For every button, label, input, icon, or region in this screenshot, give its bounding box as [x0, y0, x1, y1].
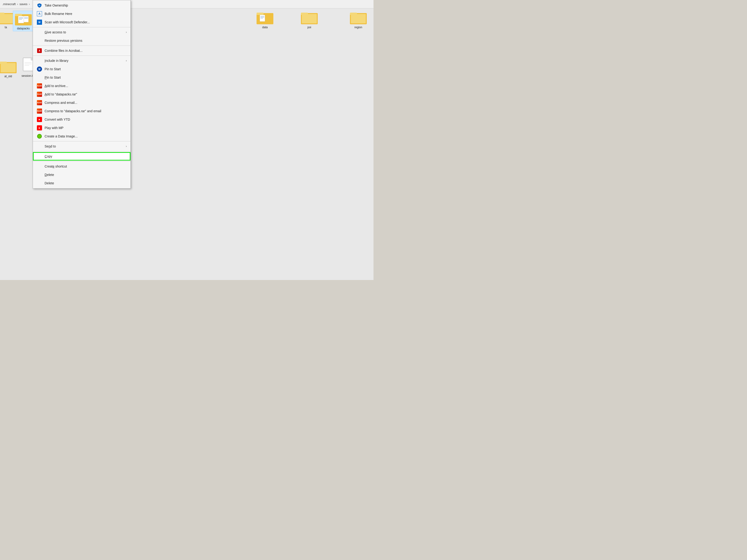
- menu-item-add-archive[interactable]: RAR Add to archive...: [33, 82, 130, 90]
- menu-item-create-shortcut-label: Create shortcut: [45, 164, 127, 168]
- menu-item-combine-acrobat[interactable]: A Combine files in Acrobat...: [33, 47, 130, 55]
- menu-item-compress-datapacks-email-label: Compress to "datapacks.rar" and email: [45, 109, 127, 113]
- data-image-icon: [37, 133, 42, 139]
- folder-ta-label: ta: [5, 26, 7, 29]
- menu-item-create-data-image[interactable]: Create a Data Image...: [33, 132, 130, 140]
- explorer-background: .minecraft › saves › ta: [0, 0, 374, 280]
- folder-at-old-icon: [0, 60, 17, 74]
- menu-item-scan-defender[interactable]: W Scan with Microsoft Defender...: [33, 18, 130, 26]
- menu-item-create-data-image-label: Create a Data Image...: [45, 134, 127, 138]
- menu-item-include-library[interactable]: Include in library ›: [33, 56, 130, 65]
- folder-data[interactable]: data: [254, 11, 276, 29]
- menu-item-convert-ytd-label: Convert with YTD: [45, 117, 127, 121]
- menu-item-bulk-rename-label: Bulk Rename Here: [45, 12, 127, 16]
- send-to-icon-placeholder: [37, 143, 42, 149]
- give-access-icon-placeholder: [37, 29, 42, 35]
- folder-ta-icon: [0, 11, 14, 25]
- rename-icon-placeholder: [37, 180, 42, 186]
- create-shortcut-icon-placeholder: [37, 164, 42, 169]
- menu-item-compress-datapacks-email[interactable]: RAR Compress to "datapacks.rar" and emai…: [33, 107, 130, 115]
- ytd-icon-1: ▶: [37, 117, 42, 122]
- menu-item-restore-versions[interactable]: Restore previous versions: [33, 36, 130, 45]
- shield-icon: W: [37, 3, 42, 8]
- menu-item-pin-start[interactable]: Pin to Start: [33, 73, 130, 82]
- menu-item-rename[interactable]: Delete: [33, 179, 130, 187]
- send-to-arrow: ›: [126, 145, 127, 148]
- folder-datapacks[interactable]: datapacks: [13, 11, 34, 31]
- breadcrumb-item-saves[interactable]: saves: [19, 2, 27, 6]
- menu-item-take-ownership[interactable]: W Take Ownership: [33, 1, 130, 9]
- folder-region[interactable]: region: [348, 11, 369, 29]
- breadcrumb-separator-2: ›: [29, 2, 30, 6]
- delete-icon-placeholder: [37, 172, 42, 178]
- menu-item-add-datapacks-rar-label: Add to "datapacks.rar": [45, 92, 127, 96]
- menu-item-scan-malwarebytes-label: Pin to Start: [45, 67, 127, 71]
- folder-poi-label: poi: [307, 26, 311, 29]
- folder-at-old-label: at_old: [4, 75, 12, 78]
- menu-item-delete-label: Delete: [45, 173, 127, 177]
- folder-data-label: data: [262, 26, 267, 29]
- restore-versions-icon-placeholder: [37, 38, 42, 44]
- folder-datapacks-icon: [15, 12, 32, 26]
- separator-5: [33, 151, 130, 152]
- svg-rect-9: [24, 16, 28, 22]
- menu-item-take-ownership-label: Take Ownership: [45, 3, 127, 7]
- include-library-icon-placeholder: [37, 58, 42, 63]
- bulk-rename-icon: A: [37, 11, 42, 17]
- menu-item-scan-defender-label: Scan with Microsoft Defender...: [45, 20, 127, 24]
- ytd-icon-2: ▶: [37, 125, 42, 131]
- folder-region-label: region: [354, 26, 362, 29]
- menu-item-pin-start-label: Pin to Start: [45, 76, 127, 79]
- folder-poi[interactable]: poi: [299, 11, 320, 29]
- menu-item-scan-malwarebytes[interactable]: M Pin to Start: [33, 65, 130, 73]
- defender-icon: W: [37, 19, 42, 25]
- folder-data-icon: [257, 11, 273, 25]
- menu-item-copy[interactable]: Copy: [33, 152, 130, 161]
- menu-item-add-datapacks-rar[interactable]: RAR Add to "datapacks.rar": [33, 90, 130, 99]
- svg-rect-29: [302, 14, 317, 23]
- menu-item-create-shortcut[interactable]: Create shortcut: [33, 162, 130, 170]
- menu-item-send-to-label: Send to: [45, 144, 126, 148]
- menu-item-give-access-label: Give access to: [45, 30, 126, 34]
- rar-icon-3: RAR: [37, 100, 42, 105]
- menu-item-rename-label: Delete: [45, 181, 127, 185]
- menu-item-bulk-rename[interactable]: A Bulk Rename Here: [33, 9, 130, 18]
- give-access-arrow: ›: [126, 31, 127, 34]
- copy-icon-placeholder: [37, 154, 42, 159]
- menu-item-play-mp-label: Play with MP: [45, 126, 127, 130]
- svg-rect-32: [351, 14, 366, 23]
- svg-rect-5: [18, 16, 24, 23]
- menu-item-copy-label: Copy: [45, 155, 127, 158]
- menu-item-combine-acrobat-label: Combine files in Acrobat...: [45, 49, 127, 53]
- malwarebytes-icon: M: [37, 66, 42, 72]
- acrobat-icon: A: [37, 48, 42, 53]
- pin-start-icon-placeholder: [37, 75, 42, 80]
- folder-region-icon: [350, 11, 367, 25]
- context-menu: W Take Ownership A Bulk Rename Here W Sc…: [33, 0, 131, 189]
- include-library-arrow: ›: [126, 59, 127, 62]
- svg-text:A: A: [38, 50, 40, 52]
- separator-1: [33, 27, 130, 27]
- menu-item-compress-email[interactable]: RAR Compress and email...: [33, 99, 130, 107]
- folder-at-old[interactable]: at_old: [0, 60, 19, 78]
- svg-rect-22: [257, 12, 263, 15]
- svg-rect-2: [0, 14, 13, 23]
- rar-icon-1: RAR: [37, 83, 42, 89]
- menu-item-delete[interactable]: Delete: [33, 170, 130, 179]
- menu-item-restore-versions-label: Restore previous versions: [45, 39, 127, 43]
- breadcrumb-item-minecraft[interactable]: .minecraft: [2, 2, 16, 6]
- breadcrumb-separator-1: ›: [17, 2, 18, 6]
- menu-item-include-library-label: Include in library: [45, 59, 126, 62]
- menu-item-convert-ytd[interactable]: ▶ Convert with YTD: [33, 115, 130, 124]
- menu-item-compress-email-label: Compress and email...: [45, 101, 127, 105]
- folder-datapacks-label: datapacks: [17, 27, 30, 30]
- svg-text:W: W: [38, 4, 41, 6]
- menu-item-add-archive-label: Add to archive...: [45, 84, 127, 88]
- menu-item-give-access[interactable]: Give access to ›: [33, 28, 130, 36]
- menu-item-send-to[interactable]: Send to ›: [33, 142, 130, 151]
- svg-rect-4: [15, 14, 22, 16]
- rar-icon-4: RAR: [37, 108, 42, 114]
- menu-item-play-mp[interactable]: ▶ Play with MP: [33, 124, 130, 132]
- rar-icon-2: RAR: [37, 91, 42, 97]
- svg-rect-14: [1, 63, 16, 72]
